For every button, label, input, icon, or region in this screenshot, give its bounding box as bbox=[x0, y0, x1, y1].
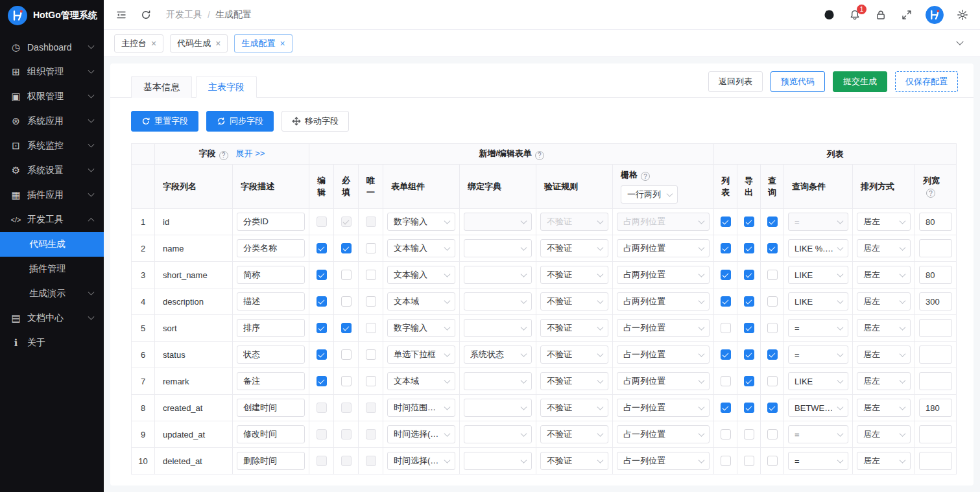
sidebar-item-monitor[interactable]: ⊡ 系统监控 bbox=[0, 134, 104, 158]
query-checkbox[interactable] bbox=[767, 403, 778, 413]
list-checkbox[interactable] bbox=[721, 456, 731, 466]
preview-code-button[interactable]: 预览代码 bbox=[771, 71, 825, 92]
export-checkbox[interactable] bbox=[744, 217, 754, 227]
align-select[interactable]: 居左 bbox=[857, 452, 911, 470]
unique-checkbox[interactable] bbox=[366, 296, 376, 307]
required-checkbox[interactable] bbox=[341, 456, 352, 466]
export-checkbox[interactable] bbox=[744, 456, 754, 466]
close-tab-icon[interactable]: × bbox=[215, 39, 221, 48]
edit-checkbox[interactable] bbox=[317, 456, 327, 466]
component-select[interactable]: 数字输入 bbox=[387, 213, 455, 231]
query-checkbox[interactable] bbox=[767, 243, 778, 253]
query-checkbox[interactable] bbox=[767, 323, 778, 333]
width-input[interactable] bbox=[919, 266, 952, 284]
align-select[interactable]: 居左 bbox=[857, 292, 911, 310]
rule-select[interactable]: 不验证 bbox=[540, 452, 608, 470]
required-checkbox[interactable] bbox=[341, 323, 352, 333]
required-checkbox[interactable] bbox=[341, 296, 352, 307]
tab-basic-info[interactable]: 基本信息 bbox=[131, 76, 192, 98]
rule-select[interactable]: 不验证 bbox=[540, 399, 608, 417]
required-checkbox[interactable] bbox=[341, 270, 352, 280]
edit-checkbox[interactable] bbox=[317, 296, 327, 307]
grid-select[interactable]: 占两列位置 bbox=[617, 292, 710, 310]
export-checkbox[interactable] bbox=[744, 349, 754, 360]
close-tab-icon[interactable]: × bbox=[151, 39, 156, 48]
query-checkbox[interactable] bbox=[767, 376, 778, 386]
rule-select[interactable]: 不验证 bbox=[540, 213, 608, 231]
required-checkbox[interactable] bbox=[341, 429, 352, 439]
cond-select[interactable]: LIKE %...% bbox=[788, 239, 848, 257]
sidebar-item-about[interactable]: ℹ 关于 bbox=[0, 331, 104, 355]
required-checkbox[interactable] bbox=[341, 217, 352, 227]
unique-checkbox[interactable] bbox=[366, 349, 376, 360]
export-checkbox[interactable] bbox=[744, 243, 754, 253]
avatar[interactable] bbox=[926, 6, 944, 24]
align-select[interactable]: 居左 bbox=[857, 213, 911, 231]
field-desc-input[interactable] bbox=[237, 372, 305, 390]
cond-select[interactable]: = bbox=[788, 213, 848, 231]
collapse-sidebar-icon[interactable] bbox=[114, 8, 128, 22]
save-config-button[interactable]: 仅保存配置 bbox=[895, 71, 958, 92]
cond-select[interactable]: LIKE bbox=[788, 292, 848, 310]
unique-checkbox[interactable] bbox=[366, 456, 376, 466]
dict-select[interactable] bbox=[464, 239, 532, 257]
list-checkbox[interactable] bbox=[721, 243, 731, 253]
rule-select[interactable]: 不验证 bbox=[540, 346, 608, 364]
query-checkbox[interactable] bbox=[767, 217, 778, 227]
cond-select[interactable]: = bbox=[788, 452, 848, 470]
edit-checkbox[interactable] bbox=[317, 243, 327, 253]
align-select[interactable]: 居左 bbox=[857, 399, 911, 417]
sync-fields-button[interactable]: 同步字段 bbox=[206, 111, 274, 132]
back-to-list-button[interactable]: 返回列表 bbox=[708, 71, 763, 92]
sidebar-item-dashboard[interactable]: ◷ Dashboard bbox=[0, 35, 104, 60]
sidebar-item-settings[interactable]: ⚙ 系统设置 bbox=[0, 158, 104, 183]
list-checkbox[interactable] bbox=[721, 403, 731, 413]
export-checkbox[interactable] bbox=[744, 376, 754, 386]
align-select[interactable]: 居左 bbox=[857, 239, 911, 257]
align-select[interactable]: 居左 bbox=[857, 425, 911, 443]
rule-select[interactable]: 不验证 bbox=[540, 319, 608, 337]
tab-main-fields[interactable]: 主表字段 bbox=[196, 76, 257, 98]
app-logo[interactable]: HotGo管理系统 bbox=[0, 0, 104, 31]
unique-checkbox[interactable] bbox=[366, 376, 376, 386]
fullscreen-icon[interactable] bbox=[900, 8, 914, 22]
component-select[interactable]: 文本输入 bbox=[387, 266, 455, 284]
width-input[interactable] bbox=[919, 399, 952, 417]
grid-select[interactable]: 占一列位置 bbox=[617, 425, 710, 443]
component-select[interactable]: 文本域 bbox=[387, 292, 455, 310]
field-desc-input[interactable] bbox=[237, 239, 305, 257]
width-input[interactable] bbox=[919, 292, 952, 310]
field-desc-input[interactable] bbox=[237, 213, 305, 231]
field-desc-input[interactable] bbox=[237, 319, 305, 337]
list-checkbox[interactable] bbox=[721, 296, 731, 307]
sidebar-item-org[interactable]: ⊞ 组织管理 bbox=[0, 60, 104, 84]
width-input[interactable] bbox=[919, 319, 952, 337]
rule-select[interactable]: 不验证 bbox=[540, 266, 608, 284]
unique-checkbox[interactable] bbox=[366, 403, 376, 413]
width-input[interactable] bbox=[919, 452, 952, 470]
field-desc-input[interactable] bbox=[237, 266, 305, 284]
export-checkbox[interactable] bbox=[744, 323, 754, 333]
query-checkbox[interactable] bbox=[767, 296, 778, 307]
unique-checkbox[interactable] bbox=[366, 270, 376, 280]
rule-select[interactable]: 不验证 bbox=[540, 372, 608, 390]
edit-checkbox[interactable] bbox=[317, 403, 327, 413]
align-select[interactable]: 居左 bbox=[857, 319, 911, 337]
grid-select[interactable]: 占两列位置 bbox=[617, 239, 710, 257]
unique-checkbox[interactable] bbox=[366, 217, 376, 227]
edit-checkbox[interactable] bbox=[317, 376, 327, 386]
dict-select[interactable] bbox=[464, 292, 532, 310]
field-desc-input[interactable] bbox=[237, 399, 305, 417]
component-select[interactable]: 时间范围选择 bbox=[387, 399, 455, 417]
width-input[interactable] bbox=[919, 213, 952, 231]
width-input[interactable] bbox=[919, 372, 952, 390]
sidebar-item-system-app[interactable]: ⊛ 系统应用 bbox=[0, 109, 104, 134]
query-checkbox[interactable] bbox=[767, 270, 778, 280]
field-desc-input[interactable] bbox=[237, 452, 305, 470]
edit-checkbox[interactable] bbox=[317, 323, 327, 333]
help-icon[interactable]: ? bbox=[535, 151, 544, 160]
component-select[interactable]: 时间选择(Y-... bbox=[387, 452, 455, 470]
edit-checkbox[interactable] bbox=[317, 270, 327, 280]
cond-select[interactable]: BETWEEN bbox=[788, 399, 848, 417]
grid-select[interactable]: 占两列位置 bbox=[617, 372, 710, 390]
